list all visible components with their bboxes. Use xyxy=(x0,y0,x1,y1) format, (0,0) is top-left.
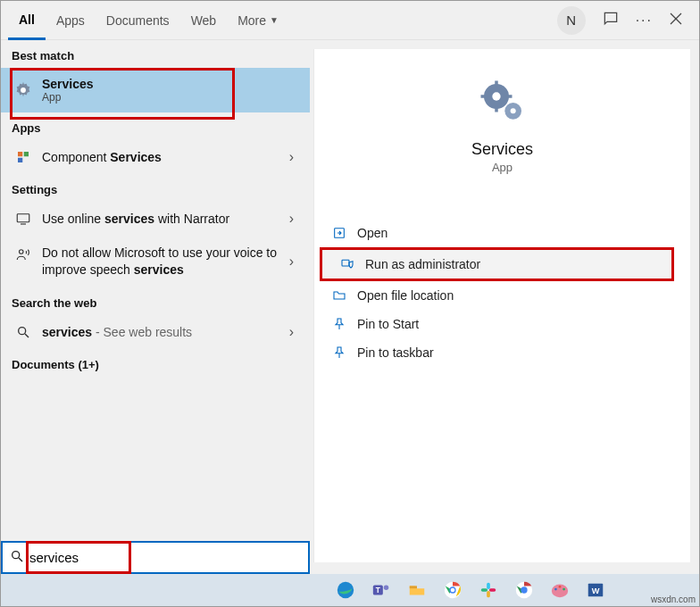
best-match-text: Services App xyxy=(42,77,299,104)
svg-rect-32 xyxy=(487,583,490,589)
section-settings: Settings xyxy=(1,174,310,202)
svg-point-31 xyxy=(451,588,455,593)
section-documents: Documents (1+) xyxy=(1,349,310,377)
svg-point-9 xyxy=(20,250,24,254)
svg-rect-6 xyxy=(18,158,22,162)
detail-title: Services xyxy=(471,140,533,159)
tab-all[interactable]: All xyxy=(8,2,46,40)
best-match-result[interactable]: Services App xyxy=(1,68,310,112)
svg-point-13 xyxy=(492,92,500,100)
section-search-web: Search the web xyxy=(1,287,310,315)
action-pin-to-taskbar[interactable]: Pin to taskbar xyxy=(314,338,690,367)
search-tabs-bar: All Apps Documents Web More ▼ N ··· xyxy=(1,1,699,40)
taskbar: T W xyxy=(1,574,699,606)
svg-line-23 xyxy=(19,558,22,561)
settings-result-speech[interactable]: Do not allow Microsoft to use your voice… xyxy=(1,236,310,287)
svg-rect-28 xyxy=(410,586,417,588)
detail-actions: Open Run as administrator Open file loca… xyxy=(314,219,690,367)
svg-rect-7 xyxy=(17,214,29,222)
svg-text:T: T xyxy=(376,586,380,595)
display-icon xyxy=(12,211,35,227)
close-icon[interactable] xyxy=(669,12,683,29)
web-result-text: services - See web results xyxy=(42,325,284,339)
detail-subtitle: App xyxy=(492,161,512,174)
component-services-icon xyxy=(12,149,35,165)
caret-down-icon: ▼ xyxy=(270,15,279,25)
svg-rect-16 xyxy=(480,95,487,98)
feedback-icon[interactable] xyxy=(602,10,620,31)
action-pin-start-label: Pin to Start xyxy=(357,317,419,331)
action-open[interactable]: Open xyxy=(314,219,690,247)
svg-rect-4 xyxy=(18,152,22,156)
section-best-match: Best match xyxy=(1,40,310,68)
admin-shield-icon xyxy=(340,257,365,271)
svg-point-27 xyxy=(384,586,389,591)
search-icon xyxy=(12,325,35,339)
action-pin-taskbar-label: Pin to taskbar xyxy=(357,345,434,360)
tab-more-label: More xyxy=(238,13,266,28)
svg-point-39 xyxy=(554,588,557,591)
tab-documents[interactable]: Documents xyxy=(96,1,180,39)
results-panel: Best match Services App Apps Component S… xyxy=(1,40,310,571)
taskbar-teams-icon[interactable]: T xyxy=(367,578,396,603)
taskbar-chrome-canary-icon[interactable] xyxy=(510,578,538,603)
detail-header: Services App xyxy=(314,49,690,183)
settings-result-narrator[interactable]: Use online services with Narrator › xyxy=(1,202,310,236)
taskbar-paint-icon[interactable] xyxy=(546,578,574,603)
chevron-right-icon[interactable]: › xyxy=(284,324,299,340)
taskbar-edge-icon[interactable] xyxy=(331,578,360,603)
svg-rect-5 xyxy=(24,152,29,156)
main-area: Best match Services App Apps Component S… xyxy=(1,40,699,571)
best-match-sub: App xyxy=(42,91,299,104)
top-right-controls: N ··· xyxy=(557,6,692,35)
settings-result-2-text: Do not allow Microsoft to use your voice… xyxy=(42,245,284,279)
tab-more[interactable]: More ▼ xyxy=(227,1,289,39)
person-icon xyxy=(12,246,35,262)
tab-apps[interactable]: Apps xyxy=(46,1,96,39)
chevron-right-icon[interactable]: › xyxy=(284,211,299,227)
action-pin-to-start[interactable]: Pin to Start xyxy=(314,310,690,338)
apps-result-text: Component Services xyxy=(42,150,284,164)
svg-point-37 xyxy=(521,586,527,593)
apps-result-component-services[interactable]: Component Services › xyxy=(1,140,310,174)
taskbar-chrome-icon[interactable] xyxy=(438,578,467,603)
tab-web[interactable]: Web xyxy=(180,1,228,39)
pin-icon xyxy=(332,317,357,331)
user-avatar[interactable]: N xyxy=(557,6,586,35)
best-match-title: Services xyxy=(42,77,299,91)
svg-rect-15 xyxy=(495,106,498,112)
svg-rect-14 xyxy=(495,81,498,87)
search-icon xyxy=(10,549,24,567)
svg-line-11 xyxy=(25,334,29,337)
chevron-right-icon[interactable]: › xyxy=(284,149,299,165)
detail-panel: Services App Open Run as administrator xyxy=(313,49,690,562)
svg-point-10 xyxy=(19,327,26,334)
watermark: wsxdn.com xyxy=(651,595,696,604)
svg-text:W: W xyxy=(592,586,600,595)
more-options-icon[interactable]: ··· xyxy=(636,12,653,29)
chevron-right-icon[interactable]: › xyxy=(284,254,299,270)
taskbar-explorer-icon[interactable] xyxy=(403,578,431,603)
svg-rect-17 xyxy=(505,95,512,98)
taskbar-slack-icon[interactable] xyxy=(474,578,503,603)
action-open-file-location[interactable]: Open file location xyxy=(314,281,690,310)
tabs: All Apps Documents Web More ▼ xyxy=(8,1,289,39)
svg-rect-35 xyxy=(489,588,496,592)
services-gear-icon xyxy=(12,80,35,100)
action-run-admin-label: Run as administrator xyxy=(365,257,480,271)
folder-icon xyxy=(332,288,357,303)
taskbar-word-icon[interactable]: W xyxy=(581,578,610,603)
open-icon xyxy=(332,226,357,240)
svg-point-22 xyxy=(12,551,20,558)
svg-rect-34 xyxy=(487,591,490,597)
search-bar[interactable] xyxy=(1,541,310,574)
action-run-as-administrator[interactable]: Run as administrator xyxy=(320,247,674,281)
section-apps: Apps xyxy=(1,112,310,140)
search-input[interactable] xyxy=(29,550,301,565)
svg-point-3 xyxy=(21,87,26,93)
web-result-services[interactable]: services - See web results › xyxy=(1,315,310,349)
svg-point-19 xyxy=(510,108,515,113)
svg-point-41 xyxy=(562,588,565,591)
svg-rect-33 xyxy=(481,588,488,592)
settings-result-1-text: Use online services with Narrator xyxy=(42,212,284,226)
